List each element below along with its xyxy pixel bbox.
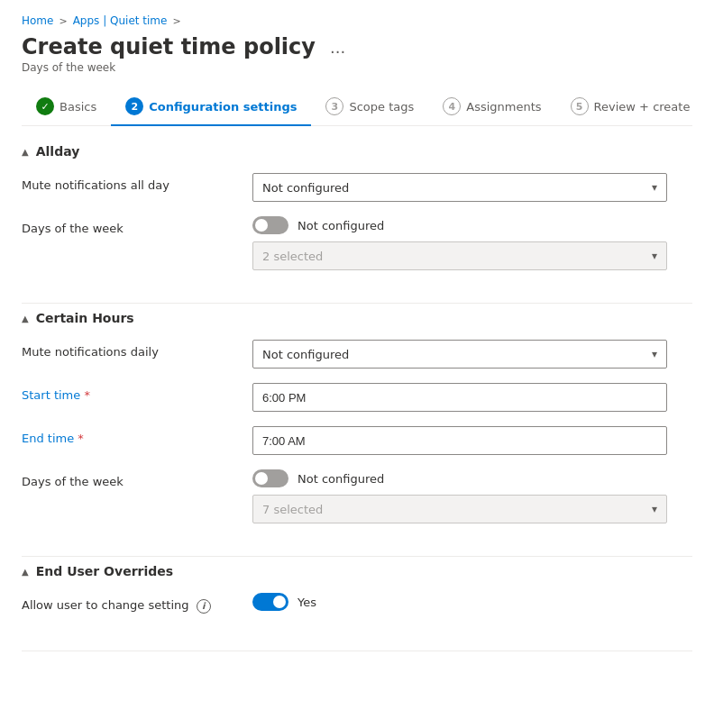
allday-mute-control: Not configured ▾	[252, 173, 667, 202]
section-allday-chevron: ▲	[22, 147, 29, 157]
tab-review[interactable]: 5 Review + create	[556, 88, 705, 126]
certain-start-row: Start time *	[22, 383, 692, 412]
allday-days-label: Days of the week	[22, 216, 238, 235]
allday-days-toggle-label: Not configured	[298, 219, 384, 232]
section-end-user-chevron: ▲	[22, 567, 29, 577]
tab-configuration[interactable]: 2 Configuration settings	[111, 88, 311, 126]
allow-change-info-icon[interactable]: i	[197, 599, 211, 614]
tab-configuration-label: Configuration settings	[149, 100, 297, 114]
certain-mute-arrow: ▾	[652, 348, 657, 360]
breadcrumb-apps[interactable]: Apps | Quiet time	[73, 14, 168, 27]
tabs-nav: ✓ Basics 2 Configuration settings 3 Scop…	[22, 88, 692, 126]
tab-assignments-label: Assignments	[466, 100, 541, 114]
allday-days-selected: 2 selected	[262, 250, 323, 263]
tab-basics[interactable]: ✓ Basics	[22, 88, 111, 126]
allow-change-track	[252, 593, 288, 611]
allow-change-control: Yes	[252, 593, 667, 618]
allow-change-toggle[interactable]	[252, 593, 288, 611]
certain-end-input[interactable]	[252, 426, 667, 455]
allday-days-thumb	[255, 219, 268, 232]
certain-days-row: Days of the week Not configured 7 select…	[22, 469, 692, 523]
allday-mute-dropdown[interactable]: Not configured ▾	[252, 173, 667, 202]
tab-configuration-badge: 2	[125, 97, 143, 115]
end-required-star: *	[78, 432, 84, 445]
section-end-user-header[interactable]: ▲ End User Overrides	[22, 564, 692, 578]
section-allday: ▲ Allday Mute notifications all day Not …	[22, 144, 692, 304]
start-required-star: *	[84, 388, 90, 402]
allday-days-arrow: ▾	[652, 250, 657, 262]
page-subtitle: Days of the week	[22, 61, 692, 74]
certain-days-selected: 7 selected	[262, 503, 323, 516]
tab-scope-badge: 3	[325, 97, 343, 115]
certain-days-dropdown[interactable]: 7 selected ▾	[252, 495, 667, 523]
section-certain-hours-chevron: ▲	[22, 314, 29, 323]
allow-change-row: Allow user to change setting i Yes	[22, 593, 692, 618]
certain-mute-dropdown[interactable]: Not configured ▾	[252, 340, 667, 369]
allday-mute-arrow: ▾	[652, 181, 657, 194]
certain-days-label: Days of the week	[22, 469, 238, 488]
allday-mute-row: Mute notifications all day Not configure…	[22, 173, 692, 202]
more-options-button[interactable]: ...	[325, 36, 351, 59]
section-end-user-title: End User Overrides	[36, 564, 173, 578]
certain-mute-value: Not configured	[262, 348, 349, 361]
tab-scope-label: Scope tags	[349, 100, 414, 114]
certain-days-thumb	[255, 472, 268, 485]
certain-start-label: Start time *	[22, 383, 238, 402]
certain-days-track	[252, 469, 288, 487]
breadcrumb-home[interactable]: Home	[22, 14, 53, 27]
section-allday-header[interactable]: ▲ Allday	[22, 144, 692, 159]
page-title: Create quiet time policy	[22, 34, 316, 59]
certain-days-toggle-label: Not configured	[298, 472, 384, 486]
certain-days-toggle-row: Not configured	[252, 469, 667, 487]
allow-change-label: Allow user to change setting i	[22, 593, 238, 614]
tab-basics-badge: ✓	[36, 97, 54, 115]
certain-mute-row: Mute notifications daily Not configured …	[22, 340, 692, 369]
certain-end-control	[252, 426, 667, 455]
certain-end-label: End time *	[22, 426, 238, 445]
section-certain-hours-title: Certain Hours	[36, 311, 134, 325]
breadcrumb-sep1: >	[59, 15, 67, 27]
certain-start-input[interactable]	[252, 383, 667, 412]
section-certain-hours-header[interactable]: ▲ Certain Hours	[22, 311, 692, 325]
allday-days-toggle[interactable]	[252, 216, 288, 234]
allow-change-toggle-label: Yes	[298, 596, 316, 609]
section-allday-title: Allday	[36, 144, 80, 159]
allday-days-track	[252, 216, 288, 234]
content-area: ▲ Allday Mute notifications all day Not …	[22, 126, 692, 677]
section-end-user: ▲ End User Overrides Allow user to chang…	[22, 564, 692, 651]
certain-days-control: Not configured 7 selected ▾	[252, 469, 667, 523]
certain-mute-control: Not configured ▾	[252, 340, 667, 369]
tab-assignments[interactable]: 4 Assignments	[428, 88, 555, 126]
tab-basics-label: Basics	[60, 100, 96, 114]
breadcrumb-sep2: >	[172, 15, 180, 27]
allday-days-dropdown[interactable]: 2 selected ▾	[252, 241, 667, 270]
tab-review-badge: 5	[571, 97, 589, 115]
allow-change-thumb	[273, 596, 286, 608]
certain-days-arrow: ▾	[652, 503, 657, 515]
breadcrumb: Home > Apps | Quiet time >	[22, 14, 692, 27]
tab-assignments-badge: 4	[443, 97, 461, 115]
allday-mute-value: Not configured	[262, 181, 349, 195]
allow-change-toggle-row: Yes	[252, 593, 667, 611]
tab-review-label: Review + create	[594, 100, 691, 114]
allday-days-row: Days of the week Not configured 2 select…	[22, 216, 692, 270]
allday-days-control: Not configured 2 selected ▾	[252, 216, 667, 270]
certain-mute-label: Mute notifications daily	[22, 340, 238, 359]
tab-scope[interactable]: 3 Scope tags	[311, 88, 428, 126]
page-header: Create quiet time policy ...	[22, 34, 692, 59]
certain-end-row: End time *	[22, 426, 692, 455]
section-certain-hours: ▲ Certain Hours Mute notifications daily…	[22, 311, 692, 557]
allday-mute-label: Mute notifications all day	[22, 173, 238, 192]
certain-days-toggle[interactable]	[252, 469, 288, 487]
certain-start-control	[252, 383, 667, 412]
allday-days-toggle-row: Not configured	[252, 216, 667, 234]
